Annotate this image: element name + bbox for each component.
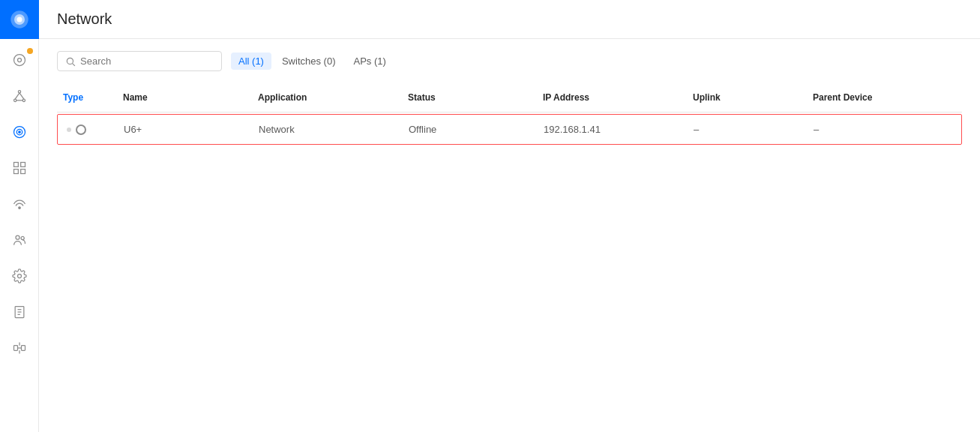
- content-area: All (1) Switches (0) APs (1) Type Name A…: [39, 39, 980, 432]
- logo-icon: [9, 9, 30, 30]
- logs-icon: [12, 304, 27, 320]
- cell-uplink: –: [688, 118, 808, 141]
- table-row[interactable]: U6+ Network Offline 192.168.1.41 – –: [57, 114, 962, 145]
- svg-line-9: [19, 93, 24, 99]
- svg-point-2: [16, 17, 22, 22]
- col-header-type: Type: [57, 89, 117, 106]
- sidebar-item-statistics[interactable]: [0, 150, 39, 186]
- cell-application: Network: [253, 118, 403, 141]
- svg-rect-27: [21, 346, 25, 351]
- signals-icon: [12, 196, 27, 212]
- sidebar-item-logs[interactable]: [0, 294, 39, 330]
- svg-point-7: [22, 99, 25, 101]
- cell-parent: –: [808, 118, 928, 141]
- topology-icon: [12, 88, 27, 104]
- cell-name: U6+: [118, 118, 253, 141]
- cell-ip: 192.168.1.41: [538, 118, 688, 141]
- col-header-parent: Parent Device: [807, 89, 927, 106]
- devices-table: Type Name Application Status IP Address …: [57, 83, 962, 145]
- network-icon: [12, 124, 27, 140]
- svg-point-18: [18, 207, 20, 209]
- svg-rect-17: [20, 170, 25, 174]
- cell-status: Offline: [403, 118, 538, 141]
- svg-point-6: [13, 99, 16, 101]
- sidebar-logo[interactable]: [0, 0, 39, 39]
- svg-point-21: [17, 274, 21, 278]
- svg-rect-14: [13, 163, 18, 167]
- sidebar-item-signals[interactable]: [0, 186, 39, 222]
- notification-badge: [27, 48, 33, 54]
- page-header: Network: [39, 0, 980, 39]
- toolbar: All (1) Switches (0) APs (1): [57, 51, 962, 71]
- page-title: Network: [57, 10, 112, 28]
- statistics-icon: [12, 160, 27, 176]
- svg-rect-16: [13, 170, 18, 174]
- search-box[interactable]: [57, 51, 222, 71]
- svg-line-32: [73, 63, 75, 65]
- filter-all[interactable]: All (1): [231, 52, 271, 70]
- svg-point-3: [13, 55, 25, 66]
- svg-point-31: [67, 58, 73, 64]
- integrations-icon: [12, 340, 27, 356]
- col-header-application: Application: [252, 89, 402, 106]
- svg-point-4: [17, 58, 21, 62]
- svg-point-13: [18, 131, 20, 134]
- sidebar-item-topology[interactable]: [0, 78, 39, 114]
- col-header-ip: IP Address: [537, 89, 687, 106]
- dashboard-icon: [12, 52, 27, 68]
- svg-rect-26: [13, 346, 17, 351]
- svg-line-8: [15, 93, 19, 99]
- cell-type: [58, 118, 118, 141]
- main-content: Network All (1) Switches (0) APs (1) Typ…: [39, 0, 980, 432]
- filter-tabs: All (1) Switches (0) APs (1): [231, 52, 394, 70]
- search-icon: [65, 56, 76, 67]
- sidebar-item-clients[interactable]: [0, 222, 39, 258]
- svg-point-5: [18, 91, 20, 93]
- sidebar-item-dashboard[interactable]: [0, 42, 39, 78]
- col-header-name: Name: [117, 89, 252, 106]
- col-header-uplink: Uplink: [687, 89, 807, 106]
- sidebar-item-network[interactable]: [0, 114, 39, 150]
- row-indicator: [67, 128, 71, 132]
- svg-point-19: [16, 236, 19, 239]
- sidebar: [0, 0, 39, 432]
- svg-point-20: [21, 236, 24, 239]
- table-header: Type Name Application Status IP Address …: [57, 83, 962, 112]
- settings-icon: [12, 268, 27, 284]
- clients-icon: [12, 232, 27, 248]
- col-header-status: Status: [402, 89, 537, 106]
- sidebar-item-integrations[interactable]: [0, 330, 39, 366]
- svg-rect-15: [20, 163, 25, 167]
- filter-switches[interactable]: Switches (0): [274, 52, 343, 70]
- sidebar-item-settings[interactable]: [0, 258, 39, 294]
- device-type-icon: [76, 124, 86, 135]
- search-input[interactable]: [80, 56, 214, 67]
- filter-aps[interactable]: APs (1): [346, 52, 393, 70]
